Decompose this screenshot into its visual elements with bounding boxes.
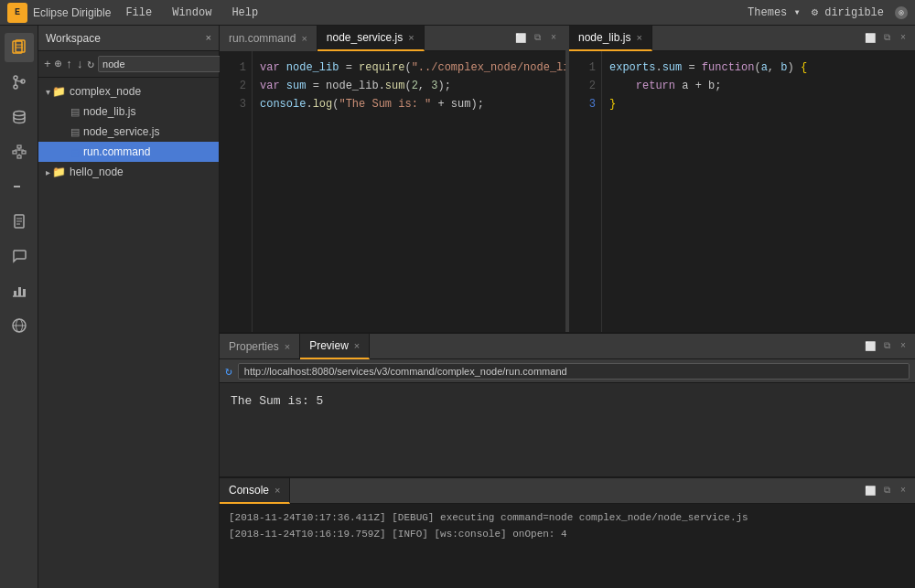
explorer-search[interactable] [98,56,233,72]
svg-rect-11 [22,151,26,154]
documents-icon [11,213,27,230]
console-split[interactable]: ⧉ [880,485,893,497]
sidebar-icon-chat[interactable] [5,241,34,271]
sidebar-icon-database[interactable] [5,102,34,132]
right-pane-max[interactable]: ⬜ [864,32,877,45]
toolbar-download[interactable]: ↓ [76,55,83,73]
left-pane-close[interactable]: × [547,32,560,45]
tab-console[interactable]: Console × [220,478,290,504]
editor-content-left[interactable]: 1 2 3 var node_lib = require("../complex… [220,51,565,332]
preview-url-input[interactable] [238,363,910,380]
menu-right: Themes ▾ ⚙ dirigible ⊗ [748,5,908,19]
preview-panel: Properties × Preview × ⬜ ⧉ × [220,334,915,478]
sidebar-icon-terminal[interactable] [5,172,34,201]
globe-icon [11,317,27,334]
preview-panel-controls: ⬜ ⧉ × [864,340,915,353]
console-panel: Console × ⬜ ⧉ × [2018-11-24T10:17:36.411… [220,478,915,588]
tab-close-node-lib[interactable]: × [636,32,641,43]
tab-close-properties[interactable]: × [285,341,290,352]
console-panel-controls: ⬜ ⧉ × [864,485,915,497]
preview-close[interactable]: × [897,340,910,353]
folder-icon-complex-node: 📁 [52,85,66,98]
code-right[interactable]: exports.sum = function(a, b) { return a … [602,51,915,332]
themes-menu[interactable]: Themes ▾ [748,5,801,19]
console-content: [2018-11-24T10:17:36.411Z] [DEBUG] execu… [220,504,915,588]
tree-label-hello-node: hello_node [70,166,124,178]
left-pane-split[interactable]: ⧉ [531,32,544,45]
sidebar-icon-hierarchy[interactable] [5,137,34,166]
code-left[interactable]: var node_lib = require("../complex_node/… [253,51,565,332]
file-icon-run-command: ▤ [70,146,80,158]
menu-window[interactable]: Window [168,5,215,21]
console-max[interactable]: ⬜ [864,485,877,497]
tab-preview[interactable]: Preview × [300,334,370,359]
tab-label-run-command: run.command [229,32,296,45]
menu-file[interactable]: File [122,5,156,21]
menu-items: File Window Help [122,5,262,21]
tree-item-node-service[interactable]: ▸ ▤ node_service.js [38,122,219,142]
tree-item-hello-node[interactable]: ▸ 📁 hello_node [38,162,219,182]
tab-run-command[interactable]: run.command × [220,26,318,51]
toolbar-refresh[interactable]: ↻ [87,55,94,73]
left-pane-controls: ⬜ ⧉ × [514,32,565,45]
toolbar-upload[interactable]: ↑ [66,55,73,73]
tab-close-console[interactable]: × [274,485,280,496]
database-icon [11,109,27,125]
tree-label-complex-node: complex_node [70,85,141,98]
preview-refresh-button[interactable]: ↻ [225,364,232,379]
user-menu[interactable]: ⚙ dirigible [812,5,884,19]
explorer-title: Workspace [46,32,101,45]
file-icon-node-lib: ▤ [70,106,80,118]
split-editors: run.command × node_service.js × ⬜ ⧉ × [220,26,915,332]
svg-rect-26 [23,289,26,296]
svg-rect-24 [14,291,16,296]
preview-content: The Sum is: 5 [220,383,915,476]
editor-area: run.command × node_service.js × ⬜ ⧉ × [220,26,915,588]
console-line-1: [2018-11-24T10:17:36.411Z] [DEBUG] execu… [229,509,906,526]
tab-close-run-command[interactable]: × [301,33,307,44]
tab-node-lib[interactable]: node_lib.js × [569,26,652,51]
tab-properties[interactable]: Properties × [220,334,300,359]
tree-item-run-command[interactable]: ▸ ▤ run.command [38,142,219,162]
console-close[interactable]: × [897,485,910,497]
tree-item-node-lib[interactable]: ▸ ▤ node_lib.js [38,102,219,122]
sidebar-icon-documents[interactable] [5,207,34,236]
tab-label-preview: Preview [309,339,349,352]
svg-rect-10 [13,151,16,154]
right-pane-close[interactable]: × [897,32,910,45]
right-pane-split[interactable]: ⧉ [880,32,893,45]
sidebar-icon-files[interactable] [5,33,34,62]
menu-help[interactable]: Help [228,5,262,21]
explorer-close[interactable]: × [205,33,211,44]
tab-close-node-service[interactable]: × [408,32,414,43]
chart-icon [11,283,27,299]
file-tree: ▾ 📁 complex_node ▸ ▤ node_lib.js ▸ ▤ nod… [38,78,219,588]
app-close-button[interactable]: ⊗ [895,6,908,19]
sidebar-icon-chart[interactable] [5,276,34,305]
svg-rect-9 [17,145,21,148]
terminal-icon [11,178,27,195]
line-numbers-right: 1 2 3 [569,51,602,332]
tab-node-service[interactable]: node_service.js × [318,26,425,51]
files-icon [11,39,27,56]
console-line-2: [2018-11-24T10:16:19.759Z] [INFO] [ws:co… [229,526,906,542]
console-panel-tabs: Console × ⬜ ⧉ × [220,478,915,504]
preview-panel-tabs: Properties × Preview × ⬜ ⧉ × [220,334,915,359]
logo-icon: E [7,3,27,23]
tree-label-node-lib: node_lib.js [83,105,135,118]
svg-rect-1 [16,40,25,52]
sidebar-icon-globe[interactable] [5,311,34,340]
left-pane-max[interactable]: ⬜ [514,32,527,45]
tab-close-preview[interactable]: × [354,340,360,351]
editor-content-right[interactable]: 1 2 3 exports.sum = function(a, b) { ret… [569,51,915,332]
toolbar-add[interactable]: ⊕ [55,55,62,73]
svg-point-4 [14,76,17,80]
tab-label-properties: Properties [229,340,279,353]
preview-max[interactable]: ⬜ [864,340,877,353]
sidebar-icon-git[interactable] [5,68,34,97]
bottom-panels: Properties × Preview × ⬜ ⧉ × [220,332,915,588]
tree-label-run-command: run.command [83,145,150,158]
preview-split[interactable]: ⧉ [880,340,893,353]
tree-item-complex-node[interactable]: ▾ 📁 complex_node [38,81,219,102]
toolbar-new[interactable]: + [44,55,51,73]
